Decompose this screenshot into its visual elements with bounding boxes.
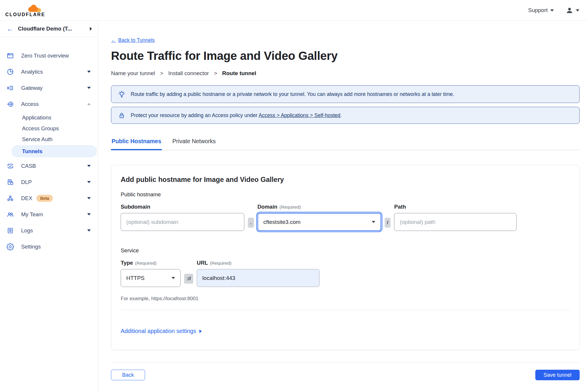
url-required-hint: (Required): [210, 261, 231, 266]
tab-bar: Public Hostnames Private Networks: [111, 138, 580, 150]
beta-badge: Beta: [36, 195, 53, 202]
chevron-down-icon: [87, 181, 91, 183]
chevron-down-icon: [550, 9, 554, 11]
gear-icon: [6, 243, 14, 251]
card-divider: [121, 310, 570, 310]
subdomain-label: Subdomain: [121, 204, 244, 210]
breadcrumb: Name your tunnel > Install connector > R…: [111, 70, 580, 77]
chevron-down-icon: [576, 9, 579, 11]
sidebar: ← Cloudflare Demo (T... Zero Trust overv…: [0, 21, 98, 392]
tab-public-hostnames[interactable]: Public Hostnames: [111, 138, 162, 150]
back-to-tunnels-link[interactable]: ← Back to Tunnels: [111, 37, 155, 43]
dex-network-icon: [6, 195, 14, 202]
cloudflare-cloud-icon: [25, 3, 44, 13]
top-bar: CLOUDFLARE Support: [0, 0, 587, 21]
sidebar-item-dex[interactable]: DEX Beta: [0, 190, 98, 206]
sidebar-item-label: Settings: [21, 244, 41, 250]
sidebar-item-label: DLP: [21, 179, 32, 185]
lock-icon: [118, 111, 126, 119]
step-install-connector[interactable]: Install connector: [168, 70, 209, 77]
document-lock-icon: [6, 178, 14, 186]
sidebar-item-label: Analytics: [21, 69, 43, 75]
service-url-input[interactable]: [197, 269, 319, 287]
subdomain-input[interactable]: [121, 213, 244, 231]
breadcrumb-separator: >: [214, 70, 217, 77]
sidebar-subitem-label: Tunnels: [22, 148, 43, 155]
sidebar-item-label: Access: [21, 101, 39, 107]
sidebar-item-analytics[interactable]: Analytics: [0, 64, 98, 80]
sidebar-item-dlp[interactable]: DLP: [0, 174, 98, 190]
sidebar-item-label: My Team: [21, 211, 43, 218]
sidebar-subitem-label: Service Auth: [22, 136, 53, 143]
sidebar-nav: Zero Trust overview Analytics Gateway Ac…: [0, 37, 98, 255]
url-example-hint: For example, https://localhost:8001: [121, 296, 570, 302]
type-required-hint: (Required): [135, 261, 157, 266]
sidebar-item-access-groups[interactable]: Access Groups: [0, 123, 98, 134]
public-hostname-card: Add public hostname for Image and Video …: [111, 165, 580, 350]
sidebar-header: ← Cloudflare Demo (T...: [0, 21, 98, 37]
sidebar-item-gateway[interactable]: Gateway: [0, 80, 98, 96]
url-label: URL(Required): [197, 260, 319, 266]
additional-settings-link[interactable]: Additional application settings: [121, 328, 202, 334]
chevron-right-icon[interactable]: [90, 27, 92, 31]
back-arrow-icon[interactable]: ←: [6, 26, 13, 32]
pie-chart-icon: [6, 68, 14, 76]
type-label-text: Type: [121, 260, 133, 266]
sidebar-item-tunnels[interactable]: Tunnels: [11, 145, 97, 157]
domain-field-group: Domain(Required) cftestsite3.com: [258, 204, 381, 231]
step-name-your-tunnel[interactable]: Name your tunnel: [111, 70, 155, 77]
sidebar-item-my-team[interactable]: My Team: [0, 206, 98, 222]
breadcrumb-separator: >: [160, 70, 163, 77]
support-menu[interactable]: Support: [528, 7, 554, 13]
back-link-label: Back to Tunnels: [118, 37, 155, 43]
tab-private-networks[interactable]: Private Networks: [172, 138, 216, 150]
public-hostname-group-label: Public hostname: [121, 191, 570, 198]
chevron-down-icon: [87, 165, 91, 167]
protect-banner-text: Protect your resource by adding an Acces…: [131, 112, 342, 119]
account-name: Cloudflare Demo (T...: [18, 26, 85, 32]
support-label: Support: [528, 7, 548, 13]
back-button[interactable]: Back: [111, 370, 145, 380]
save-tunnel-button[interactable]: Save tunnel: [535, 370, 580, 380]
service-type-select[interactable]: HTTPS: [121, 269, 181, 287]
info-banner-text: Route traffic by adding a public hostnam…: [131, 91, 454, 97]
sidebar-item-access[interactable]: Access: [0, 96, 98, 112]
service-field-row: Type(Required) HTTPS :// URL(Required): [121, 260, 570, 287]
cloudflare-wordmark: CLOUDFLARE: [5, 12, 45, 17]
sidebar-item-applications[interactable]: Applications: [0, 112, 98, 123]
chevron-down-icon: [87, 197, 91, 199]
chevron-down-icon: [372, 221, 375, 223]
sidebar-subitem-label: Applications: [22, 114, 51, 121]
step-route-tunnel: Route tunnel: [222, 70, 256, 77]
sidebar-item-service-auth[interactable]: Service Auth: [0, 134, 98, 145]
sidebar-subitem-label: Access Groups: [22, 125, 59, 132]
access-applications-self-hosted-link[interactable]: Access > Applications > Self-hosted: [259, 112, 340, 118]
type-field-group: Type(Required) HTTPS: [121, 260, 181, 287]
hostname-field-row: Subdomain . Domain(Required) cftestsite3…: [121, 204, 570, 231]
subdomain-field-group: Subdomain: [121, 204, 244, 231]
sidebar-item-label: DEX: [21, 195, 32, 202]
window-icon: [6, 52, 14, 60]
sidebar-item-zero-trust-overview[interactable]: Zero Trust overview: [0, 48, 98, 64]
url-field-group: URL(Required): [197, 260, 319, 287]
sidebar-item-casb[interactable]: CASB: [0, 158, 98, 174]
additional-settings-label: Additional application settings: [121, 328, 196, 334]
cloudflare-logo: CLOUDFLARE: [5, 3, 45, 17]
url-label-text: URL: [197, 260, 208, 266]
domain-select[interactable]: cftestsite3.com: [258, 213, 381, 231]
chevron-right-icon: [199, 330, 202, 333]
account-menu[interactable]: [566, 6, 579, 14]
casb-icon: [6, 162, 14, 170]
chevron-down-icon: [87, 213, 91, 215]
path-label: Path: [394, 204, 517, 210]
path-input[interactable]: [394, 213, 517, 231]
service-type-value: HTTPS: [126, 275, 144, 281]
chevron-down-icon: [171, 277, 175, 279]
chevron-up-icon: [87, 103, 91, 105]
sidebar-item-settings[interactable]: Settings: [0, 239, 98, 255]
card-heading: Add public hostname for Image and Video …: [121, 176, 570, 184]
footer-divider: [111, 362, 580, 363]
sidebar-item-logs[interactable]: Logs: [0, 222, 98, 239]
path-field-group: Path: [394, 204, 517, 231]
left-arrow-icon: ←: [111, 37, 116, 43]
